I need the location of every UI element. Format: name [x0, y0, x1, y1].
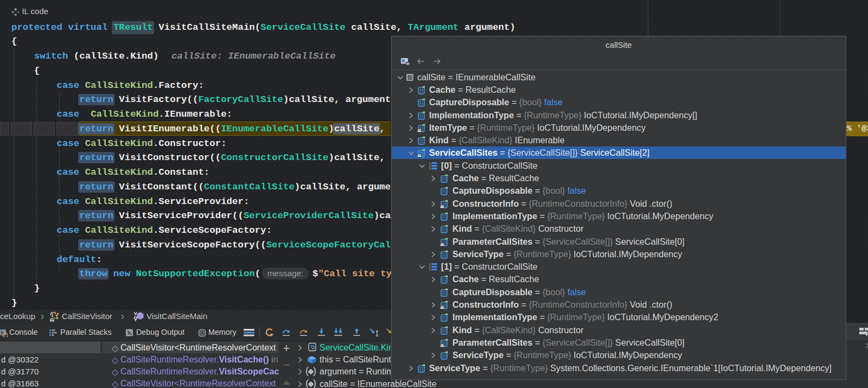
svg-text:V: V: [134, 311, 137, 316]
